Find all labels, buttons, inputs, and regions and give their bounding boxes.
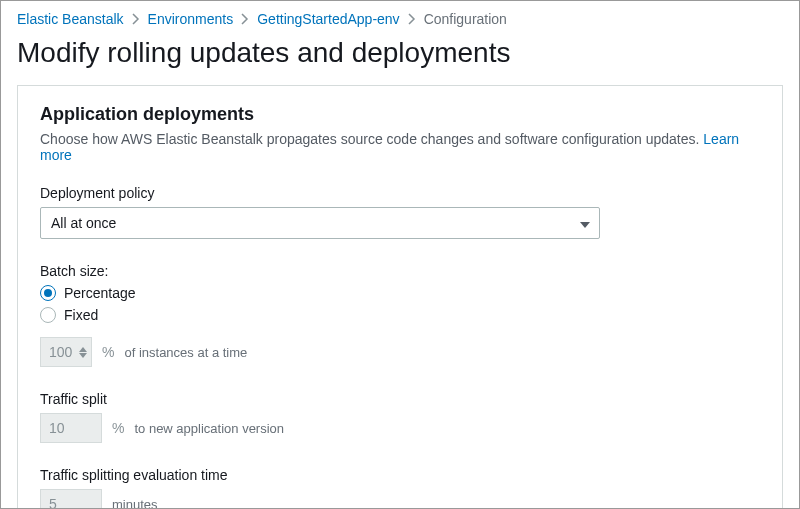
traffic-split-input[interactable]: 10 — [40, 413, 102, 443]
traffic-split-label: Traffic split — [40, 391, 760, 407]
chevron-right-icon — [408, 13, 416, 25]
breadcrumb-link-env-name[interactable]: GettingStartedApp-env — [257, 11, 399, 27]
breadcrumb-current: Configuration — [424, 11, 507, 27]
panel-heading: Application deployments — [40, 104, 760, 125]
traffic-split-hint: to new application version — [134, 421, 284, 436]
breadcrumb-link-service[interactable]: Elastic Beanstalk — [17, 11, 124, 27]
batch-size-input[interactable]: 100 — [40, 337, 92, 367]
batch-size-unit: % — [102, 344, 114, 360]
batch-size-radio-fixed[interactable]: Fixed — [40, 307, 760, 323]
panel-description: Choose how AWS Elastic Beanstalk propaga… — [40, 131, 760, 163]
traffic-split-unit: % — [112, 420, 124, 436]
traffic-split-row: 10 % to new application version — [40, 413, 760, 443]
batch-size-row: 100 % of instances at a time — [40, 337, 760, 367]
batch-size-hint: of instances at a time — [124, 345, 247, 360]
eval-time-hint: minutes — [112, 497, 158, 510]
eval-time-label: Traffic splitting evaluation time — [40, 467, 760, 483]
breadcrumb-link-environments[interactable]: Environments — [148, 11, 234, 27]
eval-time-input[interactable]: 5 — [40, 489, 102, 509]
deployment-policy-select[interactable]: All at once — [40, 207, 600, 239]
eval-time-row: 5 minutes — [40, 489, 760, 509]
radio-unchecked-icon — [40, 307, 56, 323]
radio-checked-icon — [40, 285, 56, 301]
batch-size-radio-group: Percentage Fixed — [40, 285, 760, 323]
breadcrumb: Elastic Beanstalk Environments GettingSt… — [1, 1, 799, 33]
batch-size-label: Batch size: — [40, 263, 760, 279]
application-deployments-panel: Application deployments Choose how AWS E… — [17, 85, 783, 509]
spinner-icon — [79, 338, 91, 366]
deployment-policy-value[interactable]: All at once — [40, 207, 600, 239]
page-title: Modify rolling updates and deployments — [17, 37, 783, 69]
batch-size-value: 100 — [41, 344, 79, 360]
chevron-right-icon — [132, 13, 140, 25]
radio-label-fixed: Fixed — [64, 307, 98, 323]
panel-description-text: Choose how AWS Elastic Beanstalk propaga… — [40, 131, 699, 147]
batch-size-radio-percentage[interactable]: Percentage — [40, 285, 760, 301]
chevron-right-icon — [241, 13, 249, 25]
deployment-policy-label: Deployment policy — [40, 185, 760, 201]
radio-label-percentage: Percentage — [64, 285, 136, 301]
